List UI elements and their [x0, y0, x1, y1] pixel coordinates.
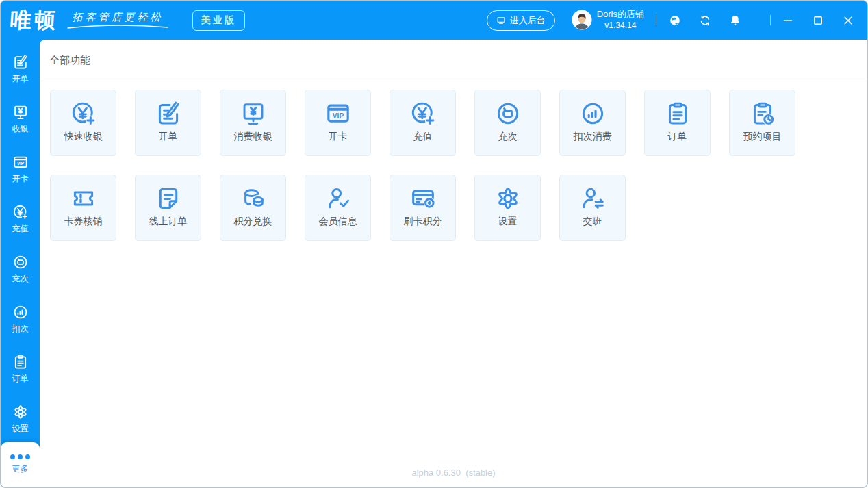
tile-label: 刷卡积分 — [404, 216, 442, 228]
sidebar-item-label: 设置 — [12, 423, 29, 435]
chart-circle-icon — [578, 99, 607, 128]
sidebar-items: 开单收银开卡充值充次扣次订单设置 — [1, 44, 40, 444]
tile-recharge-times[interactable]: 充次 — [474, 90, 541, 156]
more-dots-icon — [10, 454, 30, 459]
avatar — [572, 10, 592, 30]
sidebar-item-more[interactable]: 更多 — [1, 442, 40, 487]
yen-plus-icon — [409, 99, 437, 128]
sidebar-item-cashier[interactable]: 收银 — [1, 94, 40, 144]
tile-open-bill[interactable]: 开单 — [135, 90, 201, 156]
tile-label: 扣次消费 — [574, 131, 612, 143]
separator — [770, 15, 771, 25]
globe-icon[interactable] — [668, 14, 682, 27]
sidebar-item-open-card[interactable]: 开卡 — [1, 144, 40, 194]
clipboard-clock-icon — [748, 99, 777, 128]
tile-label: 交班 — [583, 216, 602, 228]
separator — [656, 15, 656, 25]
sidebar-more-label: 更多 — [12, 463, 29, 475]
sidebar-item-deduct-times[interactable]: 扣次 — [1, 294, 40, 344]
tile-shift-change[interactable]: 交班 — [559, 175, 626, 241]
sidebar-item-label: 开卡 — [12, 173, 29, 185]
tile-label: 消费收银 — [234, 131, 272, 143]
vip-card-icon — [324, 99, 353, 128]
version-footer: alpha 0.6.30 (stable) — [40, 467, 867, 478]
doc-edit-icon — [12, 53, 29, 71]
tile-online-orders[interactable]: 线上订单 — [135, 175, 201, 241]
doc-corner-icon — [154, 184, 183, 213]
sidebar-item-label: 开单 — [12, 73, 29, 85]
yen-plus-icon — [12, 203, 29, 221]
tile-card-points[interactable]: 刷卡积分 — [390, 175, 456, 241]
tile-label: 快速收银 — [64, 131, 103, 143]
page-title: 全部功能 — [49, 54, 90, 67]
tile-coupon-verify[interactable]: 卡券核销 — [50, 175, 116, 241]
sidebar-item-label: 订单 — [12, 373, 29, 385]
clipboard-icon — [663, 99, 692, 128]
function-grid: 快速收银开单消费收银开卡充值充次扣次消费订单预约项目卡券核销线上订单积分兑换会员… — [50, 90, 857, 241]
person-arrows-icon — [578, 184, 607, 213]
tile-label: 设置 — [498, 216, 518, 228]
chart-circle-icon — [12, 303, 29, 321]
edition-badge: 美业版 — [192, 10, 245, 31]
brand-tagline: 拓客管店更轻松 — [66, 11, 169, 29]
tile-points-exchange[interactable]: 积分兑换 — [220, 175, 286, 241]
doc-edit-icon — [154, 99, 183, 128]
sidebar-item-settings[interactable]: 设置 — [1, 394, 40, 444]
ticket-icon — [69, 184, 98, 213]
tile-member-info[interactable]: 会员信息 — [305, 175, 371, 241]
app-version: v1.34.14 — [597, 21, 644, 31]
vip-card-icon — [12, 153, 29, 171]
main-content: 全部功能 快速收银开单消费收银开卡充值充次扣次消费订单预约项目卡券核销线上订单积… — [40, 40, 867, 487]
gear-icon — [494, 184, 522, 213]
titlebar: 唯顿 拓客管店更轻松 美业版 进入后台 Doris的店铺 v1.34.14 — [1, 1, 867, 40]
tile-recharge[interactable]: 充值 — [390, 90, 456, 156]
sidebar-item-label: 充次 — [12, 273, 29, 285]
bell-icon[interactable] — [728, 14, 742, 27]
app-window: 唯顿 拓客管店更轻松 美业版 进入后台 Doris的店铺 v1.34.14 — [0, 0, 868, 488]
replay-icon — [494, 99, 522, 128]
tile-label: 开单 — [159, 131, 178, 143]
tile-open-card[interactable]: 开卡 — [305, 90, 371, 156]
tile-label: 开卡 — [329, 131, 348, 143]
sidebar-item-label: 收银 — [12, 123, 29, 135]
tile-label: 预约项目 — [743, 131, 782, 143]
app-logo: 唯顿 — [10, 10, 59, 31]
backstage-label: 进入后台 — [510, 14, 546, 27]
yen-plus-icon — [69, 99, 98, 128]
sidebar-item-recharge-times[interactable]: 充次 — [1, 244, 40, 294]
monitor-yen-icon — [12, 103, 29, 121]
tile-deduct-times-consume[interactable]: 扣次消费 — [559, 90, 626, 156]
tile-label: 充次 — [498, 131, 518, 143]
sidebar-item-recharge[interactable]: 充值 — [1, 194, 40, 244]
tagline-text: 拓客管店更轻松 — [73, 11, 164, 24]
sidebar-item-open-bill[interactable]: 开单 — [1, 44, 40, 94]
tagline-underline-stroke — [66, 24, 169, 29]
minimize-button[interactable] — [782, 15, 793, 26]
tile-settings[interactable]: 设置 — [474, 175, 541, 241]
tile-label: 会员信息 — [319, 216, 357, 228]
maximize-button[interactable] — [813, 15, 824, 26]
tile-orders[interactable]: 订单 — [644, 90, 711, 156]
monitor-yen-icon — [239, 99, 268, 128]
tile-quick-cashier[interactable]: 快速收银 — [50, 90, 116, 156]
tile-label: 线上订单 — [149, 216, 188, 228]
person-check-icon — [324, 184, 353, 213]
tile-label: 充值 — [413, 131, 433, 143]
tile-label: 积分兑换 — [234, 216, 272, 228]
tile-booking-items[interactable]: 预约项目 — [729, 90, 795, 156]
coins-icon — [239, 184, 268, 213]
gear-icon — [12, 403, 29, 421]
account-info[interactable]: Doris的店铺 v1.34.14 — [572, 9, 644, 31]
clipboard-icon — [12, 353, 29, 371]
store-name: Doris的店铺 — [597, 9, 644, 21]
tile-consume-cashier[interactable]: 消费收银 — [220, 90, 286, 156]
monitor-icon — [496, 16, 506, 25]
enter-backstage-button[interactable]: 进入后台 — [487, 10, 555, 31]
sidebar-item-orders[interactable]: 订单 — [1, 344, 40, 394]
tile-label: 卡券核销 — [64, 216, 103, 228]
card-coin-icon — [409, 184, 437, 213]
sidebar: 开单收银开卡充值充次扣次订单设置 更多 — [1, 40, 40, 487]
sync-icon[interactable] — [698, 14, 712, 27]
close-button[interactable] — [843, 15, 854, 26]
sidebar-item-label: 充值 — [12, 223, 29, 235]
